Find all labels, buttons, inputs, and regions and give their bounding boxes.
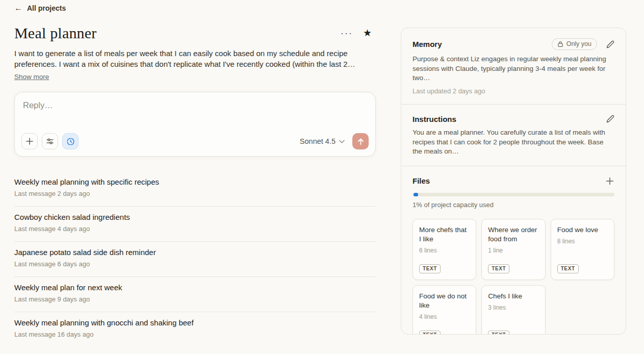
chat-last-message: Last message 16 days ago [14, 331, 376, 338]
model-selector[interactable]: Sonnet 4.5 [300, 137, 345, 145]
file-line-count: 3 lines [488, 304, 538, 311]
file-name: Food we love [557, 225, 608, 235]
reply-composer[interactable]: Reply… Sonnet 4.5 [14, 92, 376, 157]
file-name: Chefs I like [488, 292, 538, 301]
add-file-button[interactable] [605, 176, 614, 186]
file-name: Where we order food from [488, 225, 538, 244]
memory-title: Memory [413, 40, 442, 48]
file-type-badge: TEXT [488, 264, 509, 273]
file-type-badge: TEXT [419, 331, 441, 335]
file-line-count: 8 lines [557, 238, 608, 245]
project-menu-icon[interactable]: ··· [341, 31, 353, 36]
chat-title: Japanese potato salad side dish reminder [14, 248, 376, 257]
lock-icon [557, 41, 563, 47]
arrow-up-icon [357, 138, 365, 145]
chat-list-item[interactable]: Weekly meal planning with gnocchi and sh… [14, 312, 376, 347]
file-card[interactable]: Where we order food from 1 line TEXT [481, 219, 545, 280]
chat-title: Cowboy chicken salad ingredients [14, 213, 376, 221]
file-card[interactable]: Food we love 8 lines TEXT [551, 219, 614, 280]
project-description: I want to generate a list of meals per w… [14, 48, 359, 69]
files-section: Files 1% of project capacity used More c… [401, 166, 626, 335]
file-type-badge: TEXT [419, 264, 441, 273]
model-name: Sonnet 4.5 [300, 137, 336, 145]
chat-last-message: Last message 6 days ago [14, 260, 376, 268]
instructions-section: Instructions You are a meal planner. You… [401, 105, 626, 166]
pencil-icon [606, 40, 614, 48]
file-line-count: 6 lines [419, 247, 470, 254]
capacity-progress-bar [413, 193, 614, 196]
show-more-link[interactable]: Show more [14, 73, 49, 81]
edit-instructions-button[interactable] [606, 115, 614, 123]
chat-list-item[interactable]: Japanese potato salad side dish reminder… [14, 242, 376, 277]
pencil-icon [606, 115, 614, 123]
files-title: Files [413, 176, 430, 185]
edit-memory-button[interactable] [606, 40, 614, 48]
file-grid: More chefs that I like 6 lines TEXT Wher… [413, 219, 614, 335]
file-card[interactable]: Food we do not like 4 lines TEXT [413, 285, 476, 335]
file-card[interactable]: Chefs I like 3 lines TEXT [481, 285, 545, 335]
reply-input[interactable]: Reply… [23, 100, 53, 110]
capacity-label: 1% of project capacity used [413, 201, 614, 209]
instructions-body: You are a meal planner. You carefully cu… [413, 128, 614, 157]
chat-last-message: Last message 2 days ago [14, 190, 376, 197]
chevron-down-icon [339, 140, 345, 143]
file-name: Food we do not like [419, 292, 470, 310]
star-icon[interactable]: ★ [363, 29, 372, 38]
main-column: Meal planner ··· ★ I want to generate a … [14, 24, 376, 347]
memory-updated: Last updated 2 days ago [413, 87, 614, 95]
memory-section: Memory Only you Purpose & context Liz en… [401, 28, 626, 105]
composer-toolbar: Sonnet 4.5 [21, 133, 369, 149]
file-type-badge: TEXT [488, 331, 509, 335]
sliders-icon [46, 137, 54, 145]
back-label: All projects [27, 4, 66, 12]
plus-icon [25, 137, 34, 145]
capacity-progress-fill [414, 193, 418, 196]
back-arrow-icon: ← [14, 4, 22, 13]
privacy-badge[interactable]: Only you [552, 38, 597, 50]
memory-body: Purpose & context Liz engages in regular… [413, 55, 614, 83]
back-to-all-projects[interactable]: ← All projects [14, 4, 66, 13]
chat-last-message: Last message 9 days ago [14, 295, 376, 303]
clock-icon [66, 137, 75, 146]
tools-button[interactable] [42, 133, 58, 149]
chat-list-item[interactable]: Weekly meal planning with specific recip… [14, 171, 376, 207]
history-button[interactable] [62, 133, 79, 149]
chat-list-item[interactable]: Cowboy chicken salad ingredients Last me… [14, 207, 376, 242]
file-line-count: 4 lines [419, 313, 470, 320]
attach-button[interactable] [21, 133, 38, 149]
chat-title: Weekly meal planning with gnocchi and sh… [14, 318, 376, 327]
file-line-count: 1 line [488, 247, 538, 254]
privacy-badge-label: Only you [566, 40, 591, 47]
project-knowledge-panel: Memory Only you Purpose & context Liz en… [401, 28, 626, 335]
chat-list: Weekly meal planning with specific recip… [14, 171, 376, 347]
chat-last-message: Last message 4 days ago [14, 225, 376, 233]
file-card[interactable]: More chefs that I like 6 lines TEXT [413, 219, 476, 280]
send-button[interactable] [352, 133, 369, 149]
page-title: Meal planner [14, 24, 97, 42]
chat-title: Weekly meal planning with specific recip… [14, 178, 376, 186]
file-name: More chefs that I like [419, 225, 470, 244]
chat-list-item[interactable]: Weekly meal plan for next week Last mess… [14, 277, 376, 312]
chat-title: Weekly meal plan for next week [14, 283, 376, 292]
plus-icon [605, 176, 614, 186]
file-type-badge: TEXT [557, 264, 579, 273]
instructions-title: Instructions [413, 115, 456, 123]
